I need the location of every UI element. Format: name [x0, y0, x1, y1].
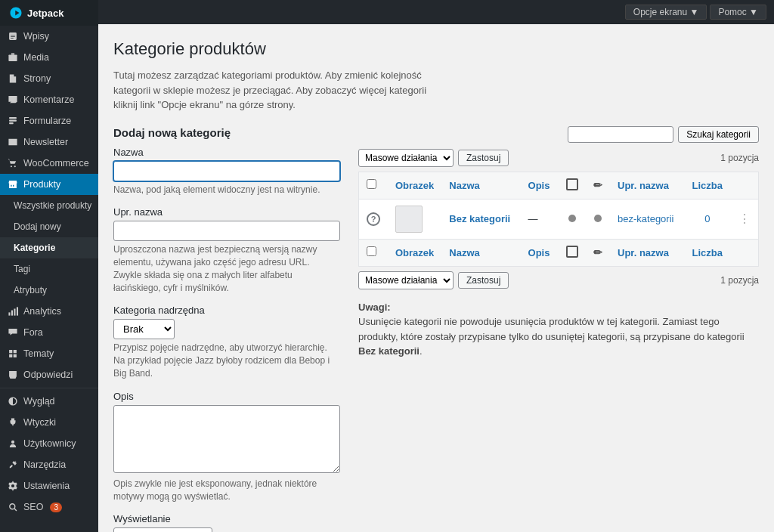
sidebar-item-fora[interactable]: Fora [0, 322, 98, 343]
th-edit-icon: ✏ [593, 179, 602, 191]
select-all-checkbox[interactable] [367, 179, 376, 189]
sidebar-item-uzytkownicy[interactable]: Użytkownicy [0, 433, 98, 454]
sidebar-item-tematy-label: Tematy [23, 348, 54, 359]
sidebar-item-seo[interactable]: SEO 3 [0, 496, 98, 518]
tfoot-upr-nazwa-link[interactable]: Upr. nazwa [618, 247, 669, 258]
sidebar-item-produkty-label: Produkty [23, 179, 60, 190]
tfoot-liczba-link[interactable]: Liczba [692, 247, 723, 258]
td-opis: — [521, 199, 559, 239]
slug-field-group: Upr. nazwa Uproszczona nazwa jest bezpie… [113, 206, 340, 294]
th-upr-nazwa: Upr. nazwa [610, 172, 684, 199]
th-nazwa: Nazwa [441, 172, 520, 199]
svg-point-4 [11, 165, 12, 167]
sidebar-item-woocommerce[interactable]: WooCommerce [0, 153, 98, 174]
sidebar-item-komentarze-label: Komentarze [23, 94, 74, 105]
tfoot-nazwa: Nazwa [441, 239, 520, 266]
display-field-group: Wyświetlanie DomyślneProduktyPodkategori… [113, 513, 340, 532]
bulk-actions-select-top[interactable]: Masowe działania [358, 149, 454, 167]
categories-table-section: Szukaj kategorii Masowe działania Zastos… [358, 126, 759, 359]
sidebar-logo[interactable]: Jetpack [0, 0, 98, 26]
sidebar-item-strony[interactable]: Strony [0, 68, 98, 89]
td-check: ? [359, 199, 389, 239]
screen-options-button[interactable]: Opcje ekranu ▼ [625, 5, 707, 20]
apply-button-bottom[interactable]: Zastosuj [458, 272, 509, 289]
tfoot-icon2: ✏ [586, 239, 610, 266]
search-category-button[interactable]: Szukaj kategorii [678, 126, 759, 143]
search-category-input[interactable] [568, 126, 673, 143]
slug-hint: Uproszczona nazwa jest bezpieczną wersją… [113, 243, 340, 294]
sidebar-item-wyglad[interactable]: Wygląd [0, 391, 98, 412]
sidebar-item-atrybuty[interactable]: Atrybuty [0, 280, 98, 301]
sidebar-item-tematy[interactable]: Tematy [0, 343, 98, 364]
sidebar-item-wtyczki[interactable]: Wtyczki [0, 412, 98, 433]
sidebar-item-ustawienia[interactable]: Ustawienia [0, 475, 98, 496]
position-count-bottom: 1 pozycja [720, 275, 759, 286]
category-name-link[interactable]: Bez kategorii [449, 213, 510, 224]
seo-badge: 3 [50, 503, 62, 512]
sidebar-item-newsletter[interactable]: Newsletter [0, 131, 98, 153]
parent-field-group: Kategoria nadrzędna Brak Brak Przypisz p… [113, 305, 340, 379]
sidebar-sub-dodaj-label: Dodaj nowy [14, 221, 61, 232]
sidebar-item-wpisy[interactable]: Wpisy [0, 26, 98, 47]
add-category-form: Dodaj nową kategorię Nazwa Nazwa, pod ja… [113, 126, 340, 533]
category-slug-link[interactable]: bez-kategorii [618, 213, 673, 224]
sidebar-item-produkty[interactable]: Produkty [0, 174, 98, 195]
tfoot-opis: Opis [521, 239, 559, 266]
tfoot-obrazek: Obrazek [388, 239, 441, 266]
th-opis: Opis [521, 172, 559, 199]
tfoot-obrazek-link[interactable]: Obrazek [395, 247, 434, 258]
th-icon1 [559, 172, 586, 199]
select-all-checkbox-foot[interactable] [367, 246, 376, 256]
slug-input[interactable] [113, 221, 340, 241]
display-label: Wyświetlanie [113, 513, 340, 524]
svg-rect-9 [17, 307, 18, 315]
sidebar-sub-kategorie-label: Kategorie [14, 243, 55, 253]
sidebar-item-narzedzia-label: Narzędzia [23, 459, 66, 470]
sidebar-item-wyglad-label: Wygląd [23, 396, 55, 407]
description-textarea[interactable] [113, 405, 340, 473]
apply-button-top[interactable]: Zastosuj [458, 150, 509, 166]
sidebar-item-dodaj-nowy[interactable]: Dodaj nowy [0, 216, 98, 237]
sidebar-item-wszystkie-produkty[interactable]: Wszystkie produkty [0, 195, 98, 216]
th-opis-link[interactable]: Opis [528, 180, 550, 191]
tfoot-nazwa-link[interactable]: Nazwa [449, 247, 479, 258]
tfoot-opis-link[interactable]: Opis [528, 247, 550, 258]
th-obrazek-link[interactable]: Obrazek [395, 180, 434, 191]
th-liczba-link[interactable]: Liczba [692, 180, 723, 191]
help-button[interactable]: Pomoc ▼ [710, 5, 766, 20]
sidebar-item-tagi[interactable]: Tagi [0, 258, 98, 280]
svg-point-5 [14, 165, 16, 167]
table-toolbar-top: Masowe działania Zastosuj 1 pozycja [358, 149, 759, 167]
td-name: Bez kategorii [441, 199, 520, 239]
sidebar-item-uzytkownicy-label: Użytkownicy [23, 438, 76, 449]
categories-table: Obrazek Nazwa Opis ✏ [358, 172, 759, 267]
display-select[interactable]: DomyślneProduktyPodkategorieOba [113, 527, 212, 532]
sidebar-item-media[interactable]: Media [0, 47, 98, 68]
th-nazwa-link[interactable]: Nazwa [449, 180, 479, 191]
name-input[interactable] [113, 161, 340, 181]
td-count: 0 [684, 199, 731, 239]
status-dot-1 [568, 215, 576, 222]
sidebar-item-formularze[interactable]: Formularze [0, 110, 98, 131]
status-dot-2 [594, 215, 602, 222]
help-icon[interactable]: ? [367, 212, 380, 226]
drag-handle[interactable]: ⋮ [738, 212, 751, 225]
sidebar-item-komentarze[interactable]: Komentarze [0, 89, 98, 110]
sidebar-item-odpowiedzi[interactable]: Odpowiedzi [0, 364, 98, 385]
parent-select[interactable]: Brak Brak [113, 319, 175, 339]
svg-point-12 [10, 504, 15, 509]
uwagi-text: Usunięcie kategorii nie powoduje usunięc… [358, 316, 745, 342]
sidebar-item-kategorie[interactable]: Kategorie [0, 237, 98, 258]
svg-rect-2 [9, 120, 17, 122]
category-count-link[interactable]: 0 [704, 213, 710, 224]
category-image [395, 206, 423, 233]
th-upr-nazwa-link[interactable]: Upr. nazwa [618, 180, 669, 191]
tfoot-edit-icon: ✏ [593, 246, 602, 258]
tfoot-drag [731, 239, 759, 266]
bulk-actions-select-bottom[interactable]: Masowe działania [358, 271, 454, 289]
sidebar-item-analytics[interactable]: Analytics [0, 301, 98, 322]
form-section-title: Dodaj nową kategorię [113, 126, 340, 139]
sidebar-sub-wszystkie-label: Wszystkie produkty [14, 200, 91, 211]
th-obrazek: Obrazek [388, 172, 441, 199]
sidebar-item-narzedzia[interactable]: Narzędzia [0, 454, 98, 475]
